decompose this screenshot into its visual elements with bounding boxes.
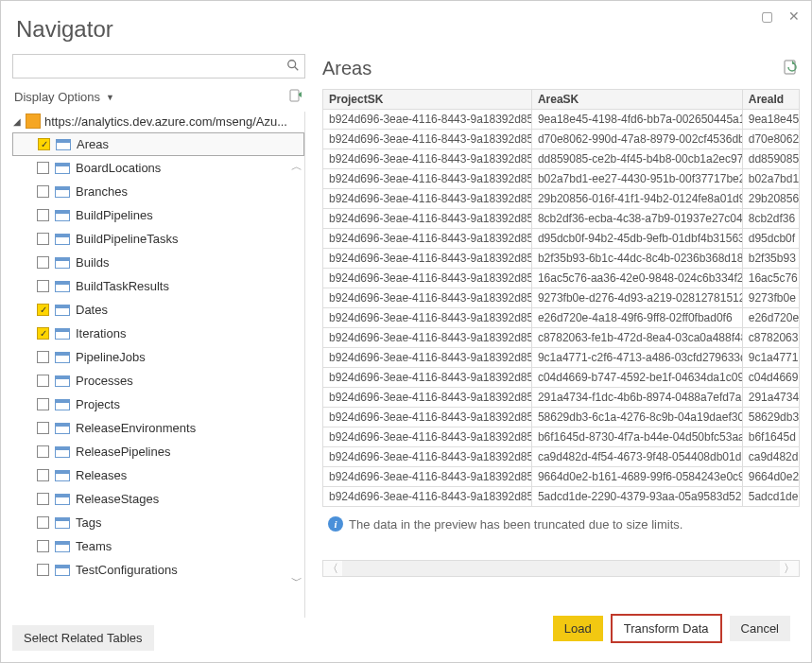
table-row[interactable]: b924d696-3eae-4116-8443-9a18392d8544ca9d… bbox=[323, 447, 800, 467]
display-options-dropdown[interactable]: Display Options ▼ bbox=[14, 90, 114, 104]
tree-item[interactable]: Tags bbox=[12, 511, 304, 534]
maximize-icon[interactable]: ▢ bbox=[761, 9, 773, 24]
tree-item[interactable]: ✓Areas bbox=[12, 132, 304, 156]
checkbox[interactable] bbox=[37, 375, 49, 387]
tree-item[interactable]: ReleaseStages bbox=[12, 487, 304, 511]
checkbox[interactable] bbox=[37, 493, 49, 505]
table-row[interactable]: b924d696-3eae-4116-8443-9a18392d854429b2… bbox=[323, 189, 800, 209]
cancel-button[interactable]: Cancel bbox=[730, 616, 790, 641]
checkbox[interactable] bbox=[37, 209, 49, 221]
table-row[interactable]: b924d696-3eae-4116-8443-9a18392d85449ea1… bbox=[323, 110, 800, 130]
table-row[interactable]: b924d696-3eae-4116-8443-9a18392d8544c878… bbox=[323, 328, 800, 348]
checkbox[interactable]: ✓ bbox=[38, 138, 50, 150]
tree-item[interactable]: Releases bbox=[12, 463, 304, 487]
checkbox[interactable] bbox=[37, 185, 49, 198]
tree-item[interactable]: PipelineJobs bbox=[12, 345, 304, 369]
tree-item[interactable]: ReleaseEnvironments bbox=[12, 416, 304, 440]
scroll-right-icon[interactable]: 〉 bbox=[780, 561, 799, 577]
table-row[interactable]: b924d696-3eae-4116-8443-9a18392d854416ac… bbox=[323, 269, 800, 288]
table-row[interactable]: b924d696-3eae-4116-8443-9a18392d85445862… bbox=[323, 408, 800, 427]
table-cell: b02a7bd1-ee27-4430-951b-00f37717be21 bbox=[531, 169, 742, 189]
column-header[interactable]: AreaSK bbox=[531, 90, 742, 110]
content-area: Display Options ▼ ︿ ﹀ ◢ https://analytic… bbox=[1, 54, 811, 662]
table-row[interactable]: b924d696-3eae-4116-8443-9a18392d85449273… bbox=[323, 288, 800, 308]
table-row[interactable]: b924d696-3eae-4116-8443-9a18392d8544e26d… bbox=[323, 308, 800, 328]
horizontal-scrollbar[interactable]: 〈 〉 bbox=[322, 560, 800, 577]
table-cell: 291a4734 bbox=[742, 388, 799, 408]
tree-item[interactable]: TestConfigurations bbox=[12, 558, 304, 582]
checkbox[interactable] bbox=[37, 162, 49, 174]
checkbox[interactable] bbox=[37, 351, 49, 363]
tree-item[interactable]: Builds bbox=[12, 251, 304, 274]
checkbox[interactable] bbox=[37, 256, 49, 269]
table-cell: b924d696-3eae-4116-8443-9a18392d8544 bbox=[323, 308, 532, 328]
checkbox[interactable] bbox=[37, 233, 49, 245]
checkbox[interactable] bbox=[37, 516, 49, 529]
search-icon[interactable] bbox=[282, 59, 304, 75]
checkbox[interactable] bbox=[37, 564, 49, 576]
checkbox[interactable] bbox=[37, 398, 49, 410]
preview-table[interactable]: ProjectSKAreaSKAreaId b924d696-3eae-4116… bbox=[322, 89, 800, 507]
table-row[interactable]: b924d696-3eae-4116-8443-9a18392d8544b02a… bbox=[323, 169, 800, 189]
tree-items: ✓AreasBoardLocationsBranchesBuildPipelin… bbox=[12, 132, 304, 582]
table-row[interactable]: b924d696-3eae-4116-8443-9a18392d8544d95d… bbox=[323, 229, 800, 249]
column-header[interactable]: ProjectSK bbox=[323, 90, 532, 110]
checkbox[interactable] bbox=[37, 445, 49, 458]
checkbox[interactable] bbox=[37, 280, 49, 292]
table-row[interactable]: b924d696-3eae-4116-8443-9a18392d85449c1a… bbox=[323, 348, 800, 368]
tree-item[interactable]: BuildPipelineTasks bbox=[12, 227, 304, 251]
table-row[interactable]: b924d696-3eae-4116-8443-9a18392d85449664… bbox=[323, 467, 800, 487]
scroll-left-icon[interactable]: 〈 bbox=[323, 561, 342, 577]
collapse-icon[interactable]: ◢ bbox=[12, 116, 22, 127]
tree-item-label: PipelineJobs bbox=[76, 350, 146, 364]
search-box[interactable] bbox=[12, 54, 305, 79]
scroll-down-icon[interactable]: ﹀ bbox=[291, 573, 302, 589]
tree-item[interactable]: BuildTaskResults bbox=[12, 274, 304, 298]
table-icon bbox=[55, 328, 70, 340]
tree-item[interactable]: BuildPipelines bbox=[12, 203, 304, 227]
checkbox[interactable] bbox=[37, 422, 49, 434]
table-row[interactable]: b924d696-3eae-4116-8443-9a18392d8544b2f3… bbox=[323, 249, 800, 269]
checkbox[interactable]: ✓ bbox=[37, 304, 49, 316]
checkbox[interactable]: ✓ bbox=[37, 327, 49, 340]
tree-item-label: Releases bbox=[76, 468, 127, 482]
column-header[interactable]: AreaId bbox=[742, 90, 799, 110]
close-icon[interactable]: ✕ bbox=[788, 9, 800, 24]
table-cell: b924d696-3eae-4116-8443-9a18392d8544 bbox=[323, 368, 532, 388]
table-row[interactable]: b924d696-3eae-4116-8443-9a18392d85445adc… bbox=[323, 487, 800, 507]
tree-item-label: Teams bbox=[76, 539, 112, 553]
table-icon bbox=[55, 257, 70, 269]
table-row[interactable]: b924d696-3eae-4116-8443-9a18392d8544b6f1… bbox=[323, 427, 800, 447]
scroll-up-icon[interactable]: ︿ bbox=[291, 159, 302, 175]
table-row[interactable]: b924d696-3eae-4116-8443-9a18392d8544dd85… bbox=[323, 149, 800, 169]
refresh-preview-icon[interactable] bbox=[783, 59, 800, 79]
tree-item[interactable]: Projects bbox=[12, 393, 304, 416]
table-cell: b924d696-3eae-4116-8443-9a18392d8544 bbox=[323, 169, 532, 189]
tree-item[interactable]: ReleasePipelines bbox=[12, 440, 304, 463]
table-row[interactable]: b924d696-3eae-4116-8443-9a18392d8544c04d… bbox=[323, 368, 800, 388]
tree-item[interactable]: ✓Dates bbox=[12, 298, 304, 322]
tree-item[interactable]: ✓Iterations bbox=[12, 322, 304, 345]
table-cell: b924d696-3eae-4116-8443-9a18392d8544 bbox=[323, 487, 532, 507]
table-icon bbox=[55, 281, 70, 292]
display-options-row: Display Options ▼ bbox=[14, 88, 303, 106]
tree-item[interactable]: BoardLocations bbox=[12, 156, 304, 180]
tree-item[interactable]: Branches bbox=[12, 180, 304, 203]
table-cell: 58629db3 bbox=[742, 408, 799, 427]
table-row[interactable]: b924d696-3eae-4116-8443-9a18392d85448cb2… bbox=[323, 209, 800, 229]
transform-data-button[interactable]: Transform Data bbox=[613, 616, 720, 641]
select-related-tables-button[interactable]: Select Related Tables bbox=[12, 625, 154, 651]
tree-item-label: ReleasePipelines bbox=[76, 445, 170, 459]
table-row[interactable]: b924d696-3eae-4116-8443-9a18392d8544d70e… bbox=[323, 130, 800, 149]
tree-item[interactable]: Teams bbox=[12, 534, 304, 558]
tree-root-node[interactable]: ◢ https://analytics.dev.azure.com/mseng/… bbox=[12, 112, 304, 131]
table-row[interactable]: b924d696-3eae-4116-8443-9a18392d8544291a… bbox=[323, 388, 800, 408]
search-input[interactable] bbox=[13, 55, 282, 78]
table-cell: b924d696-3eae-4116-8443-9a18392d8544 bbox=[323, 467, 532, 487]
checkbox[interactable] bbox=[37, 469, 49, 481]
refresh-tree-icon[interactable] bbox=[288, 88, 303, 106]
tree-item[interactable]: Processes bbox=[12, 369, 304, 393]
load-button[interactable]: Load bbox=[553, 616, 603, 641]
checkbox[interactable] bbox=[37, 540, 49, 552]
scroll-track[interactable] bbox=[342, 561, 780, 576]
